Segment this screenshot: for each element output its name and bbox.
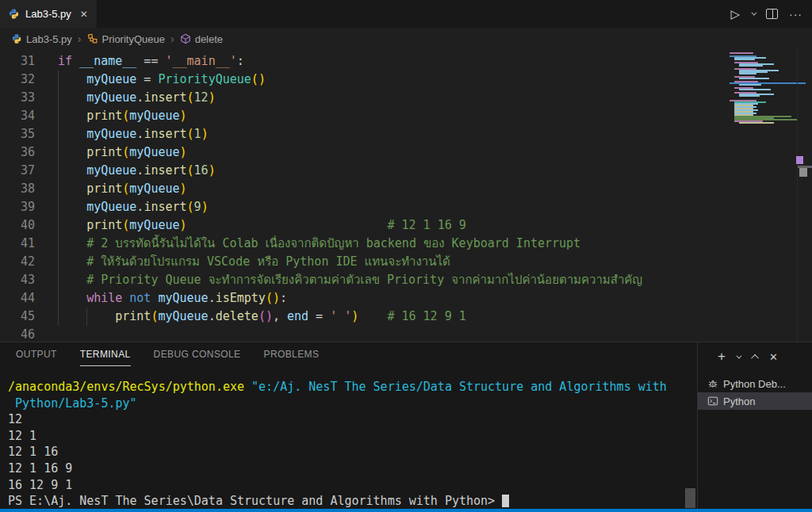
terminal-scrollbar[interactable] (685, 488, 695, 508)
python-file-icon (11, 33, 22, 44)
breadcrumb-item-delete[interactable]: delete (180, 33, 223, 45)
line-number: 35 (0, 125, 35, 143)
code-line[interactable]: 40 print(myQueue) # 12 1 16 9 (0, 216, 730, 235)
overview-cursor-mark (796, 156, 803, 164)
line-number: 38 (0, 180, 35, 198)
terminal-line: PS E:\Aj. NesT The Series\Data Structure… (8, 493, 695, 507)
breadcrumb-label: delete (195, 33, 223, 45)
line-number: 45 (0, 308, 35, 326)
tab-bar: Lab3-5.py ✕ ▷ ··· (0, 0, 812, 28)
line-number: 34 (0, 107, 35, 125)
code-line[interactable]: 41 # 2 บรรทัดนี้รันไม่ได้ใน Colab เนื่อง… (0, 235, 730, 253)
code-line[interactable]: 45 print(myQueue.delete(), end = ' ') # … (0, 308, 730, 326)
indent-guide (58, 71, 59, 326)
overview-ruler (797, 50, 812, 342)
code-text: while not myQueue.isEmpty(): (58, 289, 287, 308)
code-text: if __name__ == '__main__': (58, 52, 244, 71)
scrollbar-handle[interactable] (799, 168, 807, 177)
code-line[interactable]: 39 myQueue.insert(9) (0, 198, 730, 216)
code-line[interactable]: 38 print(myQueue) (0, 180, 730, 198)
terminal-actions: + ✕ (718, 349, 778, 365)
code-line[interactable]: 42 # ให้รันด้วยโปรแกรม VSCode หรือ Pytho… (0, 253, 730, 271)
run-dropdown-icon[interactable] (751, 10, 756, 16)
line-number: 40 (0, 216, 35, 235)
terminal-line: 12 1 (8, 428, 695, 445)
code-text: print(myQueue.delete(), end = ' ') # 16 … (58, 308, 466, 326)
code-text: print(myQueue) (58, 180, 187, 198)
terminal-line: 12 1 16 (8, 444, 695, 460)
terminal-icon (707, 395, 718, 407)
debug-icon (707, 378, 718, 389)
line-number: 32 (0, 71, 35, 89)
terminal-list-item-python-deb-[interactable]: Python Deb... (698, 375, 812, 392)
tab-close-icon[interactable]: ✕ (80, 9, 88, 20)
terminal-line: 12 (8, 411, 695, 428)
minimap-highlight-line (730, 82, 806, 84)
code-text: print(myQueue) (58, 107, 187, 125)
panel-tab-output[interactable]: OUTPUT (16, 349, 57, 366)
breadcrumb-item-priorityqueue[interactable]: PriorityQueue (87, 33, 165, 45)
symbol-class-icon (87, 33, 98, 44)
line-number: 36 (0, 143, 35, 162)
tab-lab3-5[interactable]: Lab3-5.py ✕ (0, 0, 98, 28)
vscode-window: Lab3-5.py ✕ ▷ ··· Lab3-5.py›PriorityQueu… (0, 0, 812, 512)
minimap[interactable] (730, 52, 797, 342)
code-line[interactable]: 36 print(myQueue) (0, 143, 730, 162)
panel-tab-terminal[interactable]: TERMINAL (80, 349, 131, 366)
terminal-line: Python/Lab3-5.py" (8, 395, 695, 412)
code-text: myQueue.insert(9) (58, 198, 209, 216)
code-text: print(myQueue) # 12 1 16 9 (58, 216, 466, 235)
terminal-line: 16 12 9 1 (8, 477, 695, 494)
python-file-icon (8, 8, 20, 20)
symbol-method-icon (180, 33, 191, 44)
panel-tab-debug-console[interactable]: DEBUG CONSOLE (154, 349, 241, 366)
terminal-list: Python Deb...Python (698, 375, 812, 410)
code-text: # ให้รันด้วยโปรแกรม VSCode หรือ Python I… (58, 253, 450, 271)
more-actions-icon[interactable]: ··· (789, 8, 802, 21)
line-number: 37 (0, 162, 35, 180)
breadcrumb-separator: › (169, 32, 176, 45)
line-number: 41 (0, 235, 35, 253)
terminal-list-item-python[interactable]: Python (698, 392, 812, 410)
editor-actions: ▷ ··· (730, 0, 802, 28)
terminal-list-label: Python Deb... (723, 378, 786, 390)
maximize-panel-icon[interactable] (751, 353, 759, 361)
tab-label: Lab3-5.py (25, 8, 71, 20)
code-editor[interactable]: 31if __name__ == '__main__':32 myQueue =… (0, 50, 812, 342)
code-text: myQueue = PriorityQueue() (58, 71, 266, 89)
close-panel-icon[interactable]: ✕ (769, 351, 778, 363)
code-line[interactable]: 35 myQueue.insert(1) (0, 125, 730, 143)
code-line[interactable]: 31if __name__ == '__main__': (0, 52, 730, 71)
code-text: # 2 บรรทัดนี้รันไม่ได้ใน Colab เนื่องจาก… (58, 235, 580, 253)
run-button[interactable]: ▷ (730, 7, 740, 21)
terminal-line: /anaconda3/envs/RecSys/python.exe "e:/Aj… (8, 379, 695, 395)
code-line[interactable]: 43 # Priority Queue จะทำการจัดเรียงคิวตา… (0, 271, 730, 289)
breadcrumb: Lab3-5.py›PriorityQueue›delete (0, 28, 812, 50)
breadcrumb-label: PriorityQueue (102, 33, 165, 45)
status-bar (0, 509, 812, 512)
breadcrumb-item-lab3-5-py[interactable]: Lab3-5.py (11, 33, 72, 45)
terminal-output[interactable]: /anaconda3/envs/RecSys/python.exe "e:/Aj… (8, 379, 695, 507)
code-text: myQueue.insert(16) (58, 162, 216, 180)
terminal-cursor (502, 495, 509, 507)
line-number: 39 (0, 198, 35, 216)
code-line[interactable]: 32 myQueue = PriorityQueue() (0, 71, 730, 89)
panel-divider (697, 342, 698, 509)
line-number: 43 (0, 271, 35, 289)
code-text: myQueue.insert(12) (58, 89, 216, 107)
breadcrumb-separator: › (76, 32, 83, 45)
code-text: # Priority Queue จะทำการจัดเรียงคิวตามค่… (58, 271, 642, 289)
line-number: 31 (0, 52, 35, 71)
panel-tab-problems[interactable]: PROBLEMS (264, 349, 320, 366)
breadcrumb-label: Lab3-5.py (26, 33, 72, 45)
code-line[interactable]: 37 myQueue.insert(16) (0, 162, 730, 180)
line-number: 33 (0, 89, 35, 107)
code-line[interactable]: 46 (0, 326, 730, 342)
new-terminal-icon[interactable]: + (718, 349, 726, 365)
code-line[interactable]: 33 myQueue.insert(12) (0, 89, 730, 107)
code-line[interactable]: 34 print(myQueue) (0, 107, 730, 125)
terminal-line: 12 1 16 9 (8, 460, 695, 477)
split-editor-icon[interactable] (766, 9, 778, 19)
code-line[interactable]: 44 while not myQueue.isEmpty(): (0, 289, 730, 308)
terminal-profile-dropdown-icon[interactable] (736, 353, 741, 358)
